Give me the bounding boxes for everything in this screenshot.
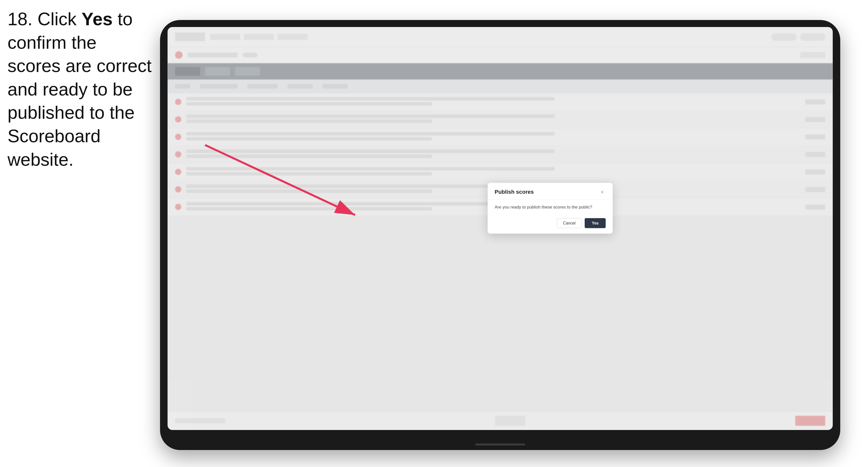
yes-button[interactable]: Yes — [585, 218, 606, 228]
instruction-part1: Click — [32, 9, 82, 29]
dialog-close-button[interactable]: × — [599, 188, 606, 195]
dialog-footer: Cancel Yes — [488, 215, 613, 234]
dialog-header: Publish scores × — [488, 183, 613, 200]
dialog-body: Are you ready to publish these scores to… — [488, 200, 613, 215]
tablet-device: Publish scores × Are you ready to publis… — [160, 20, 840, 450]
modal-overlay: Publish scores × Are you ready to publis… — [167, 27, 833, 430]
tablet-home-bar — [475, 443, 525, 445]
dialog-message: Are you ready to publish these scores to… — [495, 205, 606, 210]
step-number: 18. — [7, 9, 32, 29]
instruction-part2: to confirm the scores are correct and re… — [7, 9, 152, 169]
tablet-screen: Publish scores × Are you ready to publis… — [167, 27, 833, 430]
publish-dialog: Publish scores × Are you ready to publis… — [488, 183, 613, 234]
dialog-title: Publish scores — [495, 189, 534, 195]
instruction-bold: Yes — [82, 9, 113, 29]
instruction-text: 18. Click Yes to confirm the scores are … — [7, 7, 153, 171]
cancel-button[interactable]: Cancel — [557, 218, 582, 228]
